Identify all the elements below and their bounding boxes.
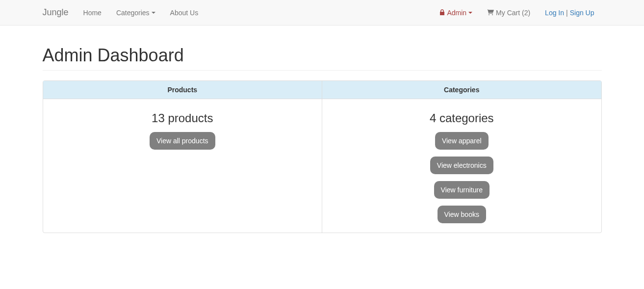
page-header: Admin Dashboard	[43, 45, 602, 71]
dashboard-panel: Products Categories 13 products View all…	[43, 80, 602, 233]
products-header: Products	[43, 81, 322, 99]
nav-login[interactable]: Log In	[545, 9, 564, 17]
categories-header: Categories	[322, 81, 601, 99]
caret-down-icon	[152, 12, 155, 14]
nav-signup[interactable]: Sign Up	[570, 9, 594, 17]
view-electronics-button[interactable]: View electronics	[430, 157, 493, 174]
cart-icon	[487, 9, 494, 17]
cart-count: 2	[524, 9, 528, 17]
cart-prefix: My Cart (	[496, 9, 524, 17]
categories-body: 4 categories View apparel View electroni…	[322, 99, 601, 233]
page-title: Admin Dashboard	[43, 45, 602, 66]
navbar: Jungle Home Categories About Us Admin My…	[0, 0, 644, 26]
nav-categories-label: Categories	[116, 9, 150, 17]
view-all-products-button[interactable]: View all products	[150, 132, 215, 150]
products-body: 13 products View all products	[43, 99, 322, 159]
brand-link[interactable]: Jungle	[43, 0, 76, 25]
categories-count: 4 categories	[330, 111, 594, 125]
view-books-button[interactable]: View books	[438, 206, 486, 223]
cart-suffix: )	[528, 9, 530, 17]
nav-about[interactable]: About Us	[163, 1, 206, 24]
lock-icon	[440, 9, 445, 17]
nav-home[interactable]: Home	[76, 1, 109, 24]
products-count: 13 products	[51, 111, 315, 125]
caret-down-icon	[468, 12, 472, 14]
view-apparel-button[interactable]: View apparel	[435, 132, 489, 150]
products-column: Products	[43, 81, 323, 99]
nav-divider: |	[564, 1, 570, 24]
nav-admin-label: Admin	[447, 9, 466, 17]
view-furniture-button[interactable]: View furniture	[434, 181, 489, 199]
nav-admin-dropdown[interactable]: Admin	[433, 1, 480, 24]
nav-cart[interactable]: My Cart (2)	[480, 1, 538, 24]
categories-column: Categories	[322, 81, 601, 99]
nav-categories-dropdown[interactable]: Categories	[109, 1, 163, 24]
